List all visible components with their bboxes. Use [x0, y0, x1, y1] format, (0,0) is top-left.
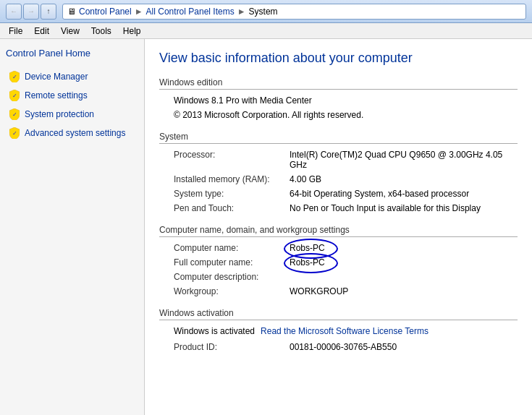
breadcrumb-sep-1: ► [135, 7, 143, 17]
svg-text:✓: ✓ [12, 74, 17, 80]
computer-name-label: Computer name: [174, 243, 290, 253]
content-area: View basic information about your comput… [145, 39, 532, 415]
breadcrumb-part-1[interactable]: Control Panel [79, 7, 132, 17]
sidebar-item-system-protection[interactable]: ✓ System protection [6, 106, 138, 122]
page-title: View basic information about your comput… [159, 51, 518, 66]
nav-buttons: ← → ↑ [6, 4, 56, 20]
menu-tools[interactable]: Tools [85, 25, 117, 38]
activation-section: Windows activation Windows is activated … [159, 308, 518, 352]
product-id-label: Product ID: [174, 342, 290, 352]
full-computer-name-value: Robs-PC [290, 257, 325, 268]
ram-row: Installed memory (RAM): 4.00 GB [159, 174, 518, 184]
sidebar-label-remote-settings: Remote settings [25, 90, 88, 100]
activation-status: Windows is activated [174, 326, 255, 336]
breadcrumb-part-2[interactable]: All Control Panel Items [146, 7, 235, 17]
sidebar-item-advanced-settings[interactable]: ✓ Advanced system settings [6, 125, 138, 141]
computer-name-text: Robs-PC [290, 243, 325, 253]
sidebar-item-device-manager[interactable]: ✓ Device Manager [6, 69, 138, 85]
edition-row: Windows 8.1 Pro with Media Center [159, 95, 518, 106]
activation-status-row: Windows is activated Read the Microsoft … [159, 326, 518, 336]
full-computer-name-row: Full computer name: Robs-PC [159, 257, 518, 268]
pen-touch-row: Pen and Touch: No Pen or Touch Input is … [159, 203, 518, 213]
computer-name-value: Robs-PC [290, 243, 325, 253]
shield-icon-1: ✓ [9, 71, 20, 82]
computer-name-section: Computer name, domain, and workgroup set… [159, 225, 518, 296]
copyright-row: © 2013 Microsoft Corporation. All rights… [159, 110, 518, 120]
system-header: System [159, 132, 518, 144]
breadcrumb-sep-2: ► [237, 7, 246, 17]
up-button[interactable]: ↑ [41, 4, 56, 20]
ram-value: 4.00 GB [290, 174, 321, 184]
sidebar: Control Panel Home ✓ Device Manager ✓ Re… [0, 39, 145, 415]
svg-text:✓: ✓ [12, 93, 17, 99]
sidebar-home[interactable]: Control Panel Home [6, 48, 138, 59]
workgroup-label: Workgroup: [174, 286, 290, 296]
system-type-row: System type: 64-bit Operating System, x6… [159, 189, 518, 199]
full-computer-name-label: Full computer name: [174, 257, 290, 268]
back-button[interactable]: ← [6, 4, 22, 20]
titlebar: ← → ↑ 🖥 Control Panel ► All Control Pane… [0, 0, 532, 23]
menubar: File Edit View Tools Help [0, 23, 532, 39]
computer-description-label: Computer description: [174, 272, 290, 282]
computer-name-circle-wrap: Robs-PC [290, 243, 325, 253]
full-computer-name-text: Robs-PC [290, 257, 325, 268]
windows-edition-header: Windows edition [159, 77, 518, 90]
computer-name-row: Computer name: Robs-PC [159, 243, 518, 253]
forward-button[interactable]: → [23, 4, 39, 20]
breadcrumb-part-3: System [249, 7, 278, 17]
menu-edit[interactable]: Edit [28, 25, 55, 38]
product-id-value: 00181-00006-30765-AB550 [290, 342, 397, 352]
shield-icon-2: ✓ [9, 90, 20, 101]
edition-value: Windows 8.1 Pro with Media Center [174, 95, 312, 106]
workgroup-row: Workgroup: WORKGROUP [159, 286, 518, 296]
full-computer-name-circle-wrap: Robs-PC [290, 257, 325, 268]
product-id-row: Product ID: 00181-00006-30765-AB550 [159, 342, 518, 352]
breadcrumb-icon: 🖥 [67, 7, 76, 17]
ram-label: Installed memory (RAM): [174, 174, 290, 184]
pen-touch-label: Pen and Touch: [174, 203, 290, 213]
sidebar-item-remote-settings[interactable]: ✓ Remote settings [6, 87, 138, 103]
copyright-value: © 2013 Microsoft Corporation. All rights… [174, 110, 363, 120]
processor-row: Processor: Intel(R) Core(TM)2 Quad CPU Q… [159, 150, 518, 170]
processor-value: Intel(R) Core(TM)2 Quad CPU Q9650 @ 3.00… [290, 150, 518, 170]
pen-touch-value: No Pen or Touch Input is available for t… [290, 203, 481, 213]
menu-help[interactable]: Help [117, 25, 147, 38]
windows-edition-section: Windows edition Windows 8.1 Pro with Med… [159, 77, 518, 120]
computer-name-header: Computer name, domain, and workgroup set… [159, 225, 518, 237]
system-type-label: System type: [174, 189, 290, 199]
shield-icon-3: ✓ [9, 108, 20, 120]
sidebar-label-device-manager: Device Manager [25, 72, 88, 82]
activation-link[interactable]: Read the Microsoft Software License Term… [261, 326, 428, 336]
system-type-value: 64-bit Operating System, x64-based proce… [290, 189, 469, 199]
processor-label: Processor: [174, 150, 290, 170]
menu-view[interactable]: View [55, 25, 85, 38]
breadcrumb: 🖥 Control Panel ► All Control Panel Item… [62, 4, 526, 20]
computer-description-row: Computer description: [159, 272, 518, 282]
sidebar-label-advanced-settings: Advanced system settings [25, 128, 125, 138]
main-layout: Control Panel Home ✓ Device Manager ✓ Re… [0, 39, 532, 415]
svg-text:✓: ✓ [12, 130, 17, 137]
activation-header: Windows activation [159, 308, 518, 320]
shield-icon-4: ✓ [9, 127, 20, 139]
svg-text:✓: ✓ [12, 111, 17, 118]
workgroup-value: WORKGROUP [290, 286, 348, 296]
menu-file[interactable]: File [3, 25, 28, 38]
system-section: System Processor: Intel(R) Core(TM)2 Qua… [159, 132, 518, 213]
sidebar-label-system-protection: System protection [25, 109, 94, 119]
